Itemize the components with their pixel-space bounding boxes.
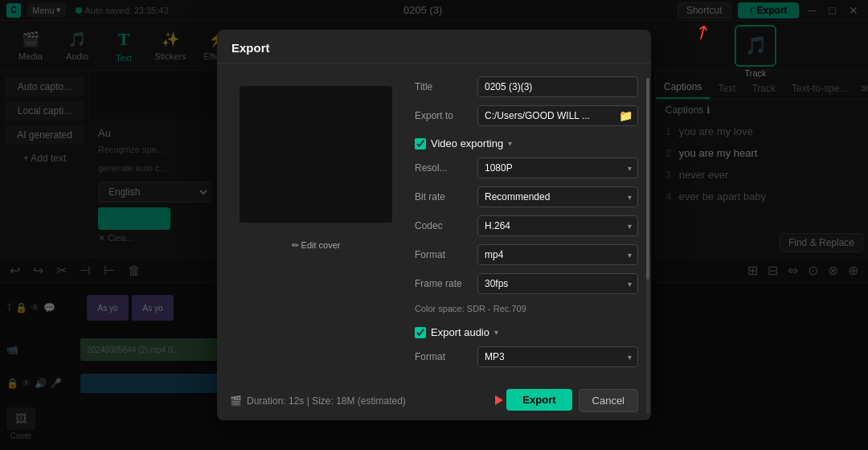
bitrate-select[interactable]: RecommendedLowHigh xyxy=(477,186,638,207)
modal-body: ✏ Edit cover Title Export to 📁 xyxy=(217,63,651,380)
export-to-label: Export to xyxy=(415,110,471,121)
modal-cancel-button[interactable]: Cancel xyxy=(579,389,638,412)
export-path-field: 📁 xyxy=(477,105,638,126)
title-input[interactable] xyxy=(477,76,638,97)
export-btn-wrapper: Export xyxy=(506,389,571,412)
title-row: Title xyxy=(415,76,638,97)
audio-format-row: Format MP3AACWAV ▾ xyxy=(415,346,638,367)
modal-scrollbar[interactable] xyxy=(646,78,649,414)
audio-format-select-wrapper: MP3AACWAV ▾ xyxy=(477,346,638,367)
audio-format-select[interactable]: MP3AACWAV xyxy=(477,346,638,367)
audio-export-arrow: ▾ xyxy=(494,328,498,337)
modal-export-button[interactable]: Export xyxy=(506,389,571,411)
framerate-label: Frame rate xyxy=(415,278,471,289)
audio-export-header: Export audio ▾ xyxy=(415,326,638,338)
duration-info: 🎬 Duration: 12s | Size: 18M (estimated) xyxy=(230,395,406,407)
duration-icon: 🎬 xyxy=(230,395,242,407)
resolution-select[interactable]: 1080P720P4K xyxy=(477,158,638,178)
resolution-select-wrapper: 1080P720P4K ▾ xyxy=(477,158,638,178)
title-label: Title xyxy=(415,81,471,92)
audio-format-label: Format xyxy=(415,351,471,362)
modal-footer: 🎬 Duration: 12s | Size: 18M (estimated) … xyxy=(217,380,651,420)
format-select[interactable]: mp4mov xyxy=(477,244,638,265)
framerate-row: Frame rate 30fps24fps60fps ▾ xyxy=(415,273,638,294)
audio-export-checkbox[interactable] xyxy=(415,327,426,338)
export-modal: Export ✏ Edit cover Title Export to xyxy=(217,30,651,420)
modal-header: Export xyxy=(217,30,651,63)
codec-select-wrapper: H.264H.265 ▾ xyxy=(477,215,638,236)
bitrate-row: Bit rate RecommendedLowHigh ▾ xyxy=(415,186,638,207)
export-path-input[interactable] xyxy=(478,106,614,125)
modal-scrollbar-thumb xyxy=(646,78,649,280)
arrow-indicator: ↗ xyxy=(690,18,714,46)
resolution-label: Resol... xyxy=(415,162,471,174)
video-export-arrow: ▾ xyxy=(508,139,512,148)
codec-row: Codec H.264H.265 ▾ xyxy=(415,215,638,236)
resolution-row: Resol... 1080P720P4K ▾ xyxy=(415,158,638,178)
color-space-label: Color space: SDR - Rec.709 xyxy=(415,302,638,315)
framerate-select[interactable]: 30fps24fps60fps xyxy=(477,273,638,294)
bitrate-select-wrapper: RecommendedLowHigh ▾ xyxy=(477,186,638,207)
format-select-wrapper: mp4mov ▾ xyxy=(477,244,638,265)
format-label: Format xyxy=(415,249,471,260)
video-export-checkbox[interactable] xyxy=(415,138,426,149)
folder-button[interactable]: 📁 xyxy=(614,109,637,122)
format-row: Format mp4mov ▾ xyxy=(415,244,638,265)
export-to-row: Export to 📁 xyxy=(415,105,638,126)
modal-form: Title Export to 📁 Video exporting ▾ xyxy=(415,63,651,380)
video-export-header: Video exporting ▾ xyxy=(415,137,638,149)
bitrate-label: Bit rate xyxy=(415,191,471,202)
codec-select[interactable]: H.264H.265 xyxy=(477,215,638,236)
modal-overlay: Export ✏ Edit cover Title Export to xyxy=(0,0,868,450)
footer-buttons: Export Cancel xyxy=(506,389,638,412)
codec-label: Codec xyxy=(415,220,471,231)
edit-cover-button[interactable]: ✏ Edit cover xyxy=(292,240,341,251)
video-preview xyxy=(240,86,392,223)
framerate-select-wrapper: 30fps24fps60fps ▾ xyxy=(477,273,638,294)
